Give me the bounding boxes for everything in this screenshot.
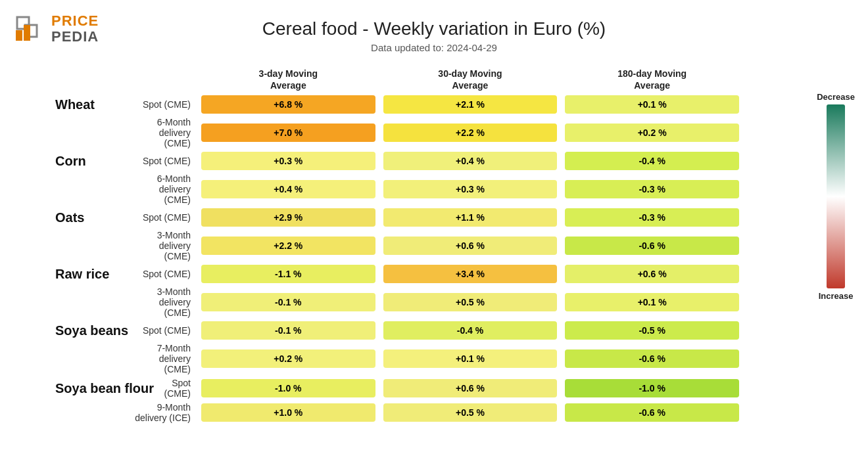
category-label: Oats xyxy=(53,210,132,225)
svg-marker-2 xyxy=(16,30,22,41)
delivery-label: Spot (CME) xyxy=(132,99,197,110)
delivery-label: Spot (CME) xyxy=(154,378,197,399)
cell-col3: +0.1 % xyxy=(565,95,739,114)
cell-col1: +1.0 % xyxy=(201,403,375,422)
main-table: 3-day MovingAverage 30-day MovingAverage… xyxy=(46,68,822,423)
cell-col1: +2.2 % xyxy=(201,236,375,255)
delivery-label: Spot (CME) xyxy=(132,269,197,279)
cell-col3: -0.3 % xyxy=(565,208,739,227)
cell-col2: +0.5 % xyxy=(383,403,558,422)
table-row: 3-Month delivery (CME)+2.2 %+0.6 %-0.6 % xyxy=(53,230,743,261)
cell-col3: -1.0 % xyxy=(565,379,739,397)
cell-col2: +3.4 % xyxy=(383,265,558,283)
col-header-3: 180-day MovingAverage xyxy=(561,68,743,91)
delivery-label: 7-Month delivery (CME) xyxy=(132,343,197,374)
cell-col3: +0.6 % xyxy=(565,265,739,283)
delivery-label: Spot (CME) xyxy=(132,212,197,223)
cell-col1: -1.1 % xyxy=(201,265,375,283)
delivery-label: Spot (CME) xyxy=(132,156,197,166)
col-header-2: 30-day MovingAverage xyxy=(379,68,562,91)
cell-col3: +0.2 % xyxy=(565,124,739,142)
table-row: Soya beansSpot (CME)-0.1 %-0.4 %-0.5 % xyxy=(53,321,743,340)
column-headers: 3-day MovingAverage 30-day MovingAverage… xyxy=(53,68,743,91)
table-row: 9-Month delivery (ICE)+1.0 %+0.5 %-0.6 % xyxy=(53,402,743,423)
cell-col1: +2.9 % xyxy=(201,208,375,227)
delivery-label: 3-Month delivery (CME) xyxy=(132,230,197,261)
cell-col1: +0.3 % xyxy=(201,152,375,170)
cell-col2: +0.4 % xyxy=(383,152,558,170)
cell-col3: -0.4 % xyxy=(565,152,739,170)
cell-col3: -0.6 % xyxy=(565,349,739,368)
page-header: Cereal food - Weekly variation in Euro (… xyxy=(0,0,868,57)
cell-col3: -0.3 % xyxy=(565,180,739,198)
category-label: Wheat xyxy=(53,97,132,112)
table-row: 6-Month delivery (CME)+0.4 %+0.3 %-0.3 % xyxy=(53,173,743,205)
cell-col2: +2.1 % xyxy=(383,95,558,114)
cell-col2: +0.3 % xyxy=(383,180,558,198)
logo-price: PRICE xyxy=(51,13,99,29)
delivery-label: 6-Month delivery (CME) xyxy=(132,173,197,205)
cell-col2: +0.1 % xyxy=(383,349,558,368)
cell-col1: -1.0 % xyxy=(201,379,375,397)
col-header-1: 3-day MovingAverage xyxy=(197,68,379,91)
cell-col3: -0.6 % xyxy=(565,236,739,255)
page-title: Cereal food - Weekly variation in Euro (… xyxy=(0,18,868,39)
table-row: CornSpot (CME)+0.3 %+0.4 %-0.4 % xyxy=(53,152,743,170)
legend-label-decrease: Decrease xyxy=(817,92,855,102)
cell-col2: +0.6 % xyxy=(383,236,558,255)
cell-col2: +2.2 % xyxy=(383,124,558,142)
category-label: Raw rice xyxy=(53,267,132,282)
cell-col1: +7.0 % xyxy=(201,124,375,142)
delivery-label: 6-Month delivery (CME) xyxy=(132,117,197,148)
cell-col1: -0.1 % xyxy=(201,293,375,311)
legend-gradient xyxy=(827,104,845,288)
cell-col1: +0.2 % xyxy=(201,349,375,368)
cell-col3: +0.1 % xyxy=(565,293,739,311)
cell-col2: +0.5 % xyxy=(383,293,558,311)
table-row: 7-Month delivery (CME)+0.2 %+0.1 %-0.6 % xyxy=(53,343,743,374)
cell-col1: +0.4 % xyxy=(201,180,375,198)
cell-col2: +0.6 % xyxy=(383,379,558,397)
cell-col2: -0.4 % xyxy=(383,321,558,340)
table-row: Raw riceSpot (CME)-1.1 %+3.4 %+0.6 % xyxy=(53,265,743,283)
delivery-label: Spot (CME) xyxy=(132,325,197,336)
legend: Decrease Increase xyxy=(817,92,855,301)
cell-col2: +1.1 % xyxy=(383,208,558,227)
table-row: 3-Month delivery (CME)-0.1 %+0.5 %+0.1 % xyxy=(53,286,743,318)
cell-col1: +6.8 % xyxy=(201,95,375,114)
table-row: 6-Month delivery (CME)+7.0 %+2.2 %+0.2 % xyxy=(53,117,743,148)
table-row: OatsSpot (CME)+2.9 %+1.1 %-0.3 % xyxy=(53,208,743,227)
delivery-label: 3-Month delivery (CME) xyxy=(132,286,197,318)
table-row: WheatSpot (CME)+6.8 %+2.1 %+0.1 % xyxy=(53,95,743,114)
delivery-label: 9-Month delivery (ICE) xyxy=(132,402,197,423)
data-rows: WheatSpot (CME)+6.8 %+2.1 %+0.1 %6-Month… xyxy=(53,95,743,423)
category-label: Corn xyxy=(53,154,132,169)
logo-pedia: PEDIA xyxy=(51,29,99,45)
legend-label-increase: Increase xyxy=(819,291,854,301)
logo: PRICE PEDIA xyxy=(12,12,99,46)
logo-text: PRICE PEDIA xyxy=(51,13,99,45)
cell-col1: -0.1 % xyxy=(201,321,375,340)
logo-icon xyxy=(12,12,46,46)
cell-col3: -0.5 % xyxy=(565,321,739,340)
svg-marker-3 xyxy=(24,25,30,41)
category-label: Soya beans xyxy=(53,323,132,338)
cell-col3: -0.6 % xyxy=(565,403,739,422)
page-subtitle: Data updated to: 2024-04-29 xyxy=(0,42,868,53)
table-row: Soya bean flourSpot (CME)-1.0 %+0.6 %-1.… xyxy=(53,378,743,399)
category-label: Soya bean flour xyxy=(53,381,154,396)
